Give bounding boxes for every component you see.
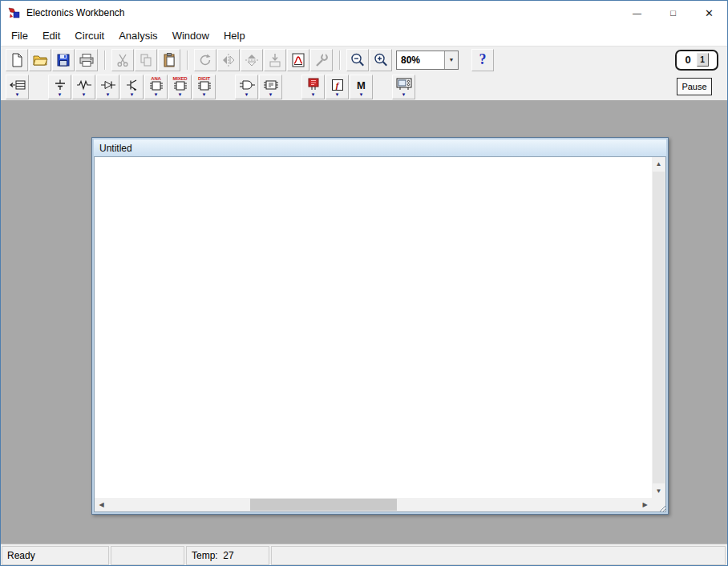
open-button[interactable]	[29, 49, 51, 71]
chevron-down-icon: ▼	[245, 92, 249, 97]
create-subcircuit-icon	[267, 52, 283, 68]
new-document-icon	[9, 52, 25, 68]
document-title-bar[interactable]: Untitled	[94, 139, 666, 156]
zoom-in-button[interactable]	[370, 49, 392, 71]
chevron-down-icon: ▼	[359, 92, 364, 97]
open-folder-icon	[32, 52, 48, 68]
vertical-scroll-thumb[interactable]	[653, 172, 665, 483]
favorites-bin-icon	[9, 79, 26, 91]
title-bar[interactable]: Electronics Workbench — □ ✕	[1, 1, 727, 25]
menu-help[interactable]: Help	[216, 26, 253, 45]
menu-window[interactable]: Window	[165, 26, 216, 45]
save-button[interactable]	[52, 49, 75, 71]
menu-edit[interactable]: Edit	[35, 26, 67, 45]
rotate-button[interactable]	[194, 49, 216, 71]
scroll-right-icon[interactable]: ▶	[638, 498, 652, 511]
controls-bin-button[interactable]: f ▼	[326, 75, 349, 99]
caption-buttons: — □ ✕	[619, 1, 727, 25]
copy-button[interactable]	[135, 49, 157, 71]
document-title: Untitled	[99, 143, 132, 154]
create-subcircuit-button[interactable]	[264, 49, 286, 71]
chevron-down-icon: ▼	[269, 92, 273, 97]
cut-button[interactable]	[111, 49, 134, 71]
basic-bin-button[interactable]: ▼	[72, 75, 95, 99]
logic-gates-bin-button[interactable]: ▼	[235, 75, 258, 99]
status-bar: Ready Temp: 27	[1, 544, 727, 566]
diodes-bin-button[interactable]: ▼	[96, 75, 119, 99]
status-empty-cell	[111, 546, 184, 565]
transistors-bin-button[interactable]: ▼	[120, 75, 144, 99]
analog-ics-bin-button[interactable]: ANA ▼	[144, 75, 168, 99]
toolbar-separator	[339, 51, 341, 70]
chevron-down-icon: ▼	[130, 92, 135, 97]
horizontal-scrollbar[interactable]: ◀ ▶	[95, 498, 652, 511]
chevron-down-icon: ▼	[154, 92, 159, 97]
new-button[interactable]	[6, 49, 28, 71]
document-body: ▲ ▼ ◀ ▶	[94, 156, 666, 512]
scroll-up-icon[interactable]: ▲	[652, 157, 665, 171]
zoom-in-icon	[373, 52, 389, 68]
rotate-icon	[197, 52, 213, 68]
print-button[interactable]	[75, 49, 98, 71]
activate-simulation-switch[interactable]: 0 1	[675, 50, 718, 71]
controls-bin-icon: f	[332, 79, 343, 91]
digital-bin-icon	[262, 79, 280, 91]
zoom-dropdown-button[interactable]: ▼	[444, 51, 458, 69]
copy-icon	[138, 52, 154, 68]
zoom-level-value: 80%	[397, 51, 444, 69]
paste-button[interactable]	[158, 49, 180, 71]
analog-ics-bin-icon	[148, 81, 165, 91]
digital-ics-bin-button[interactable]: DIGIT ▼	[192, 75, 216, 99]
horizontal-scroll-thumb[interactable]	[250, 499, 397, 511]
pause-button[interactable]: Pause	[677, 78, 712, 95]
scroll-down-icon[interactable]: ▼	[652, 484, 665, 498]
flip-vertical-icon	[244, 52, 260, 68]
sources-bin-button[interactable]: ▼	[48, 75, 71, 99]
miscellaneous-bin-icon: M	[357, 80, 366, 91]
menu-analysis[interactable]: Analysis	[111, 26, 164, 45]
sources-bin-icon	[52, 79, 68, 91]
chevron-down-icon: ▼	[202, 92, 207, 97]
power-off-label: 0	[685, 54, 690, 66]
miscellaneous-bin-button[interactable]: M ▼	[350, 75, 373, 99]
status-message-cell	[271, 546, 726, 565]
flip-horizontal-button[interactable]	[217, 49, 240, 71]
circuit-canvas[interactable]	[95, 157, 652, 498]
paste-icon	[161, 52, 177, 68]
favorites-bin-button[interactable]: ▼	[6, 75, 29, 99]
display-graphs-button[interactable]	[287, 49, 309, 71]
chevron-down-icon: ▼	[58, 92, 63, 97]
vertical-scrollbar[interactable]: ▲ ▼	[652, 157, 665, 498]
app-window: Electronics Workbench — □ ✕ File Edit Ci…	[0, 0, 728, 566]
digital-ics-bin-icon	[196, 81, 213, 91]
display-graphs-icon	[290, 52, 306, 68]
component-properties-button[interactable]	[310, 49, 333, 71]
resize-grip-icon[interactable]	[659, 505, 666, 512]
flip-vertical-button[interactable]	[241, 49, 263, 71]
app-logo-icon	[8, 6, 21, 19]
transistors-bin-icon	[124, 79, 140, 91]
cut-icon	[115, 52, 131, 68]
chevron-down-icon: ▼	[178, 92, 183, 97]
scroll-left-icon[interactable]: ◀	[95, 498, 108, 511]
main-toolbar: 80% ▼ ? 0 1	[1, 46, 727, 73]
logic-gates-bin-icon	[238, 79, 256, 91]
close-button[interactable]: ✕	[691, 1, 727, 25]
basic-bin-icon	[76, 79, 92, 91]
zoom-out-button[interactable]	[346, 49, 369, 71]
indicators-bin-button[interactable]: ▼	[301, 75, 325, 99]
menu-file[interactable]: File	[4, 26, 35, 45]
zoom-level-combo[interactable]: 80% ▼	[396, 51, 459, 70]
power-on-button[interactable]: 1	[697, 53, 709, 67]
chevron-down-icon: ▼	[402, 92, 406, 97]
minimize-button[interactable]: —	[619, 1, 655, 25]
maximize-button[interactable]: □	[655, 1, 691, 25]
digital-bin-button[interactable]: ▼	[259, 75, 282, 99]
chevron-down-icon: ▼	[106, 92, 111, 97]
help-button[interactable]: ?	[471, 49, 494, 71]
instruments-bin-button[interactable]: ▼	[392, 75, 415, 99]
mixed-ics-bin-button[interactable]: MIXED ▼	[168, 75, 192, 99]
status-temperature-cell: Temp: 27	[186, 546, 269, 565]
window-title: Electronics Workbench	[26, 7, 125, 18]
menu-circuit[interactable]: Circuit	[67, 26, 111, 45]
